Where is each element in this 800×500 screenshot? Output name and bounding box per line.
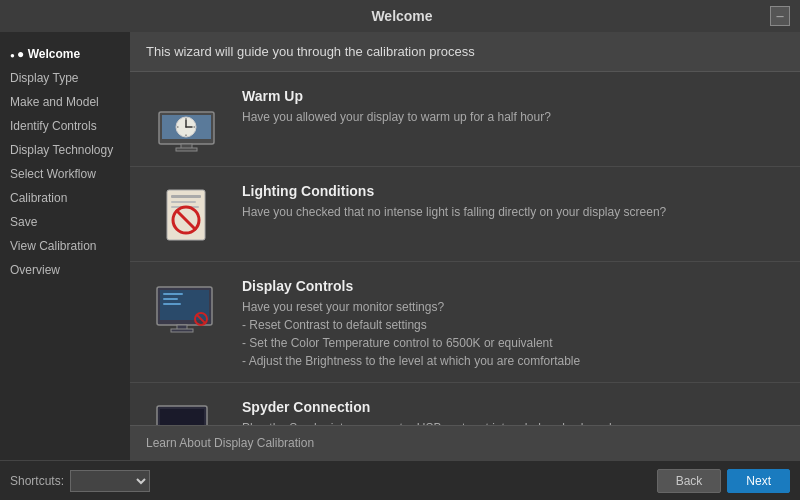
svg-rect-23 [171,329,193,332]
step-item-display-controls: Display ControlsHave you reset your moni… [130,262,800,383]
sidebar-item-display-technology[interactable]: Display Technology [0,138,130,162]
sidebar-item-display-type[interactable]: Display Type [0,66,130,90]
main-layout: ● WelcomeDisplay TypeMake and ModelIdent… [0,32,800,460]
sidebar-item-calibration[interactable]: Calibration [0,186,130,210]
content-footer[interactable]: Learn About Display Calibration [130,425,800,460]
nav-buttons: Back Next [657,469,790,493]
display-controls-icon [146,274,226,344]
display-controls-description: Have you reset your monitor settings?- R… [242,298,784,370]
lighting-conditions-icon [146,179,226,249]
sidebar-item-welcome[interactable]: ● Welcome [0,42,130,66]
step-item-spyder-connection: Spyder ConnectionPlug the Spyder into a … [130,383,800,425]
svg-rect-3 [176,148,197,151]
sidebar-item-make-model[interactable]: Make and Model [0,90,130,114]
sidebar-item-save[interactable]: Save [0,210,130,234]
svg-rect-13 [171,201,196,203]
shortcuts-label: Shortcuts: [10,474,64,488]
back-button[interactable]: Back [657,469,722,493]
warm-up-title: Warm Up [242,88,784,104]
lighting-conditions-description: Have you checked that no intense light i… [242,203,784,221]
titlebar: Welcome ─ [0,0,800,32]
minimize-button[interactable]: ─ [770,6,790,26]
content-body: Warm UpHave you allowed your display to … [130,72,800,425]
lighting-conditions-title: Lighting Conditions [242,183,784,199]
bottom-bar: Shortcuts: Back Next [0,460,800,500]
window-title: Welcome [34,8,770,24]
sidebar: ● WelcomeDisplay TypeMake and ModelIdent… [0,32,130,460]
sidebar-item-select-workflow[interactable]: Select Workflow [0,162,130,186]
content-area: This wizard will guide you through the c… [130,32,800,460]
svg-rect-20 [163,298,178,300]
sidebar-item-identify-controls[interactable]: Identify Controls [0,114,130,138]
next-button[interactable]: Next [727,469,790,493]
warm-up-icon [146,84,226,154]
shortcuts-dropdown[interactable] [70,470,150,492]
svg-rect-27 [160,409,204,426]
display-controls-title: Display Controls [242,278,784,294]
sidebar-item-overview[interactable]: Overview [0,258,130,282]
svg-rect-19 [163,293,183,295]
content-header: This wizard will guide you through the c… [130,32,800,72]
spyder-connection-icon [146,395,226,425]
warm-up-description: Have you allowed your display to warm up… [242,108,784,126]
spyder-connection-title: Spyder Connection [242,399,784,415]
shortcuts-area: Shortcuts: [10,470,150,492]
step-item-warm-up: Warm UpHave you allowed your display to … [130,72,800,167]
svg-rect-12 [171,195,201,198]
sidebar-item-view-calibration[interactable]: View Calibration [0,234,130,258]
step-item-lighting-conditions: Lighting ConditionsHave you checked that… [130,167,800,262]
svg-rect-21 [163,303,181,305]
